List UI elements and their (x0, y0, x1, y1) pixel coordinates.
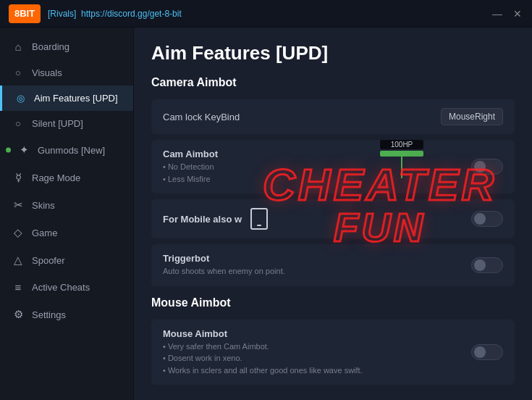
rage-icon: ☿ (12, 171, 25, 184)
mouse-aimbot-desc: • Very safer then Cam Aimbot.• Dosent wo… (163, 341, 363, 377)
spoofer-icon: △ (12, 254, 25, 267)
for-mobile-toggle[interactable] (471, 211, 503, 227)
settings-icon: ⚙ (12, 308, 25, 321)
cam-lock-label: Cam lock KeyBind (163, 112, 240, 122)
app-logo: 8BIT (9, 4, 41, 23)
sidebar-item-label: Visuals (32, 67, 62, 78)
app-layout: ⌂ Boarding ○ Visuals ◎ Aim Features [UPD… (0, 28, 532, 400)
sidebar-item-label: Settings (32, 309, 66, 320)
active-cheats-icon: ≡ (12, 281, 25, 293)
cam-aimbot-desc: • No Detection• Less Misfire (163, 161, 218, 185)
home-icon: ⌂ (12, 41, 25, 53)
triggerbot-row: Triggerbot Auto shoots when enemy on poi… (151, 244, 515, 286)
triggerbot-name: Triggerbot (163, 253, 285, 264)
sidebar-item-label: Spoofer (32, 255, 65, 266)
triggerbot-info: Triggerbot Auto shoots when enemy on poi… (163, 253, 285, 278)
sidebar-item-spoofer[interactable]: △ Spoofer (0, 246, 133, 274)
sidebar-item-label: Game (32, 228, 57, 238)
gunmods-icon: ✦ (17, 143, 30, 157)
sidebar-item-boarding[interactable]: ⌂ Boarding (0, 33, 133, 60)
cam-aimbot-name: Cam Aimbot (163, 149, 218, 159)
sidebar-item-active-cheats[interactable]: ≡ Active Cheats (0, 274, 133, 301)
mouse-aimbot-row: Mouse Aimbot • Very safer then Cam Aimbo… (151, 320, 515, 386)
game-icon: ◇ (12, 226, 25, 239)
mouse-aimbot-name: Mouse Aimbot (163, 328, 363, 339)
sidebar-item-label: Aim Features [UPD] (34, 93, 118, 104)
sidebar-item-settings[interactable]: ⚙ Settings (0, 301, 133, 328)
sidebar-item-label: Boarding (32, 41, 69, 52)
triggerbot-toggle[interactable] (471, 257, 503, 273)
window-controls: — ✕ (491, 8, 523, 20)
sidebar-item-label: Active Cheats (32, 282, 90, 293)
minimize-button[interactable]: — (491, 8, 503, 20)
for-mobile-row: For Mobile also w (151, 199, 515, 238)
sidebar-item-label: Gunmods [New] (38, 145, 105, 156)
triggerbot-desc: Auto shoots when enemy on point. (163, 265, 285, 278)
sidebar-item-visuals[interactable]: ○ Visuals (0, 60, 133, 86)
sidebar-item-aim-features[interactable]: ◎ Aim Features [UPD] (0, 86, 133, 111)
cam-aimbot-toggle[interactable] (471, 159, 503, 175)
section-mouse-aimbot-title: Mouse Aimbot (151, 296, 515, 309)
cam-aimbot-row: Cam Aimbot • No Detection• Less Misfire (151, 140, 515, 193)
sidebar-item-rage-mode[interactable]: ☿ Rage Mode (0, 164, 133, 191)
new-dot-indicator (6, 148, 11, 153)
mobile-icon (250, 208, 268, 230)
aim-icon: ◎ (14, 93, 27, 104)
skins-icon: ✂ (12, 199, 25, 212)
sidebar-item-label: Rage Mode (32, 172, 80, 183)
silent-icon: ○ (12, 118, 25, 129)
sidebar-item-gunmods[interactable]: ✦ Gunmods [New] (0, 136, 133, 164)
mouse-aimbot-toggle[interactable] (471, 344, 503, 360)
cam-aimbot-info: Cam Aimbot • No Detection• Less Misfire (163, 149, 218, 185)
sidebar-item-label: Skins (32, 200, 55, 211)
sidebar-item-label: Silent [UPD] (32, 118, 83, 129)
cam-lock-keybind-button[interactable]: MouseRight (441, 108, 503, 125)
cam-lock-keybind-row: Cam lock KeyBind MouseRight (151, 99, 515, 134)
for-mobile-name: For Mobile also w (163, 214, 242, 225)
mobile-row-content: For Mobile also w (163, 208, 268, 230)
section-camera-aimbot-title: Camera Aimbot (151, 76, 515, 89)
titlebar: 8BIT [Rivals] https://discord.gg/get-8-b… (0, 0, 532, 28)
mouse-aimbot-info: Mouse Aimbot • Very safer then Cam Aimbo… (163, 328, 363, 377)
sidebar-item-silent[interactable]: ○ Silent [UPD] (0, 111, 133, 136)
sidebar-item-game[interactable]: ◇ Game (0, 219, 133, 246)
main-content: CHEATER FUN 100HP Aim Features [UPD] Cam… (134, 28, 532, 400)
sidebar: ⌂ Boarding ○ Visuals ◎ Aim Features [UPD… (0, 28, 134, 400)
page-title: Aim Features [UPD] (151, 42, 515, 64)
visuals-icon: ○ (12, 67, 25, 78)
close-button[interactable]: ✕ (512, 8, 523, 20)
titlebar-url: [Rivals] https://discord.gg/get-8-bit (48, 9, 491, 19)
sidebar-item-skins[interactable]: ✂ Skins (0, 191, 133, 219)
